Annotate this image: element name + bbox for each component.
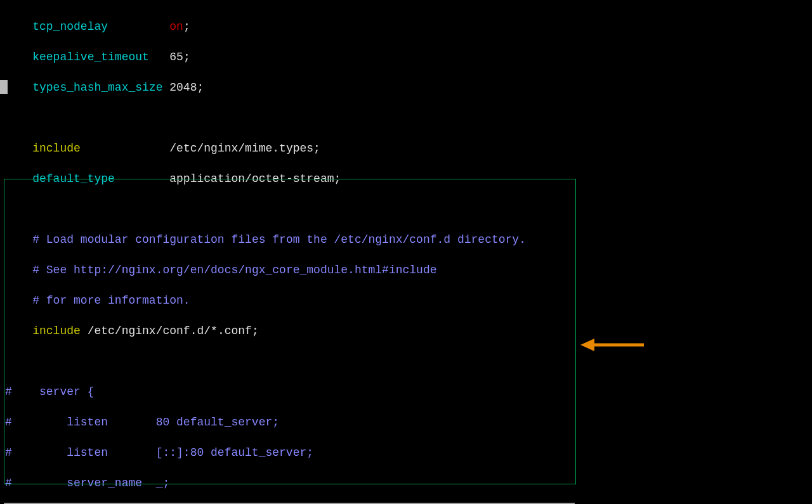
semi: ; [183,20,190,33]
text: # listen 80 default_server; [5,416,279,429]
directive: include [32,142,81,155]
code-line [5,354,812,369]
semi: ; [197,81,204,94]
code-line: include /etc/nginx/mime.types; [5,141,812,156]
semi: ; [183,51,190,63]
code-line: tcp_nodelay on; [5,19,812,34]
comment-line: # Load modular configuration files from … [5,232,812,247]
directive: tcp_nodelay [32,20,108,33]
value: 65 [169,51,183,63]
cursor-indicator [0,80,8,94]
value: 2048 [169,81,197,94]
value: on [169,20,183,33]
text: # server_name _; [5,477,169,489]
comment-line: # See http://nginx.org/en/docs/ngx_core_… [5,262,812,278]
code-line [5,202,812,217]
commented-code: # listen [::]:80 default_server; [5,445,812,460]
code-line: types_hash_max_size 2048; [5,80,812,95]
commented-code: # listen 80 default_server; [5,415,812,430]
include-path: /etc/nginx/conf.d/*.conf; [81,325,259,337]
commented-code: # server_name _; [5,475,812,491]
text: # server { [5,385,94,398]
include-keyword: include [32,325,81,337]
value: /etc/nginx/mime.types; [169,142,320,155]
code-line: include /etc/nginx/conf.d/*.conf; [5,323,812,339]
comment-line: # for more information. [5,293,812,308]
comment: # See http://nginx.org/en/docs/ngx_core_… [32,264,436,276]
code-line: default_type application/octet-stream; [5,171,812,186]
comment: # for more information. [32,294,190,307]
code-line: keepalive_timeout 65; [5,49,812,65]
value: application/octet-stream; [169,172,341,185]
directive: types_hash_max_size [32,81,162,94]
commented-code: # server { [5,384,812,399]
code-line [5,110,812,126]
comment: # Load modular configuration files from … [32,233,526,246]
directive: keepalive_timeout [32,51,149,63]
text: # listen [::]:80 default_server; [5,446,313,459]
code-editor[interactable]: tcp_nodelay on; keepalive_timeout 65; ty… [0,0,812,504]
directive: default_type [32,172,115,185]
